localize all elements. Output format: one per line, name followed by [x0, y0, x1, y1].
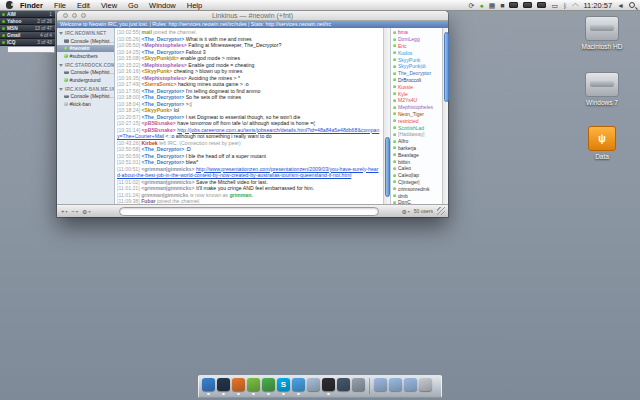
dock-separator — [369, 378, 370, 394]
overlay-row-msn[interactable]: MSN13 of 47 — [0, 25, 55, 32]
menu-item-view[interactable]: View — [101, 1, 117, 10]
dock-icon-safari[interactable] — [292, 378, 305, 391]
menu-item-help[interactable]: Help — [187, 1, 202, 10]
topic-bar[interactable]: Welcome to Neowin IRC, you just lost. | … — [57, 21, 448, 28]
apple-menu-icon[interactable] — [6, 1, 13, 9]
cpu-graph-3[interactable] — [537, 2, 546, 8]
menu-item-finder[interactable]: Finder — [20, 1, 43, 10]
istat-icon[interactable]: ▦ — [489, 2, 496, 9]
user-list-item[interactable]: Eric — [391, 43, 442, 50]
sidebar-item-console-mephist-[interactable]: Console (Mephist… — [57, 93, 114, 101]
cpu-graph-1[interactable] — [509, 2, 518, 8]
message-text: Failing at Minesweeper, The_Decryptor? — [188, 42, 281, 48]
user-list-item[interactable]: restricted — [391, 117, 442, 124]
actions-gear-icon[interactable]: ⚙▾ — [82, 208, 90, 215]
disclosure-triangle-icon[interactable] — [59, 88, 63, 91]
user-status-icon — [393, 58, 396, 61]
user-list-item[interactable]: The_Decryptor — [391, 70, 442, 77]
user-list-item[interactable]: Kudos — [391, 49, 442, 56]
dock-icon-chat-app[interactable] — [262, 378, 275, 391]
sidebar-item--kick-ban[interactable]: #kick-ban — [57, 100, 114, 108]
chat-scrollbar-thumb[interactable] — [385, 137, 390, 197]
dock-icon-finder[interactable] — [202, 378, 215, 391]
menu-item-edit[interactable]: Edit — [77, 1, 90, 10]
sidebar-group-header[interactable]: IRC.KICK-BAN.ME.UK — [57, 86, 114, 93]
sidebar-item-console-mephist-[interactable]: Console (Mephist… — [57, 37, 114, 45]
overlay-row-gmail[interactable]: Gmail4 of 4 — [0, 32, 55, 39]
dock-icon-skype[interactable]: S — [277, 378, 290, 391]
user-list-item[interactable]: SkyyPunk — [391, 56, 442, 63]
user-list-item[interactable]: DomLegg — [391, 36, 442, 43]
menu-item-file[interactable]: File — [54, 1, 66, 10]
message-input[interactable] — [119, 207, 379, 216]
user-list-item[interactable]: Kussie — [391, 83, 442, 90]
sidebar-item--neowin[interactable]: #neowin — [57, 45, 114, 53]
spotlight-icon[interactable] — [629, 2, 635, 8]
user-list-item[interactable]: Alfro — [391, 138, 442, 145]
menu-item-window[interactable]: Window — [149, 1, 176, 10]
disclosure-triangle-icon[interactable] — [59, 64, 63, 67]
sidebar-item--subscribers[interactable]: #subscribers — [57, 52, 114, 60]
airport-icon[interactable]: ◠ — [572, 2, 578, 9]
dock-icon-trash[interactable] — [419, 378, 432, 391]
dock-icon-media-app[interactable] — [217, 378, 230, 391]
sidebar-item--underground[interactable]: #underground — [57, 76, 114, 84]
user-list-item[interactable]: M2Ys4U — [391, 97, 442, 104]
user-list-item[interactable]: DrBroccoli — [391, 77, 442, 84]
chat-scrollbar[interactable] — [383, 28, 390, 204]
desktop-icon-data[interactable]: ψData — [570, 126, 634, 160]
display-icon[interactable]: ▭ — [551, 2, 558, 9]
user-list-item[interactable]: C|integer| — [391, 179, 442, 186]
user-list-item[interactable]: SkyyPunk|dt — [391, 63, 442, 70]
userlist-gear-icon[interactable]: ⚙▾ — [401, 208, 409, 215]
dock-icon-folder-applications[interactable] — [374, 378, 387, 391]
desktop-icon-macintosh-hd[interactable]: Macintosh HD — [570, 16, 634, 50]
adium-status-icon[interactable]: ● — [479, 2, 483, 9]
user-list-item[interactable]: ScottishLad — [391, 124, 442, 131]
add-button[interactable]: +▾ — [61, 208, 68, 214]
message-text: Enable god mode = cheating — [188, 62, 254, 68]
dock: S — [198, 375, 442, 398]
menu-item-go[interactable]: Go — [128, 1, 138, 10]
userlist-scrollbar[interactable] — [442, 28, 448, 204]
dock-icon-firefox[interactable] — [232, 378, 245, 391]
dock-icon-system-preferences[interactable] — [352, 378, 365, 391]
desktop-icon-windows-7[interactable]: Windows 7 — [570, 72, 634, 106]
lock-icon[interactable]: ■ — [500, 2, 504, 9]
dock-icon-vmware[interactable] — [337, 378, 350, 391]
user-list-item[interactable]: barkerja — [391, 145, 442, 152]
user-list-item[interactable]: crimsonredmk — [391, 185, 442, 192]
user-list-item[interactable]: Neon_Tiger — [391, 111, 442, 118]
dock-icon-mail[interactable] — [307, 378, 320, 391]
sync-icon[interactable]: ⟳ — [469, 2, 475, 9]
overlay-row-icq[interactable]: ICQ3 of 43 — [0, 39, 55, 46]
sidebar-item-console-mephist-[interactable]: Console (Mephist… — [57, 69, 114, 77]
user-list-item[interactable]: bitbin — [391, 158, 442, 165]
user-list-item[interactable]: Kyle — [391, 90, 442, 97]
user-list-item[interactable]: Caleo — [391, 165, 442, 172]
dock-icon-folder-downloads[interactable] — [404, 378, 417, 391]
user-list-item[interactable]: dmb — [391, 192, 442, 199]
bluetooth-icon[interactable]: ᛒ — [563, 2, 567, 9]
overlay-row-aim[interactable]: AIM1 — [0, 11, 55, 18]
sidebar-group-header[interactable]: IRC.NEOWIN.NET — [57, 30, 114, 37]
dock-icon-adium[interactable] — [247, 378, 260, 391]
user-nick: Kussie — [398, 84, 413, 90]
menubar-clock[interactable]: 11:20:57 — [583, 1, 612, 10]
dock-icon-terminal[interactable] — [322, 378, 335, 391]
remove-button[interactable]: −▾ — [72, 208, 79, 214]
user-list-item[interactable]: bma — [391, 29, 442, 36]
volume-icon[interactable]: ◄ — [617, 2, 624, 9]
userlist-scrollbar-thumb[interactable] — [444, 32, 449, 102]
disclosure-triangle-icon[interactable] — [59, 32, 63, 35]
sidebar-group-header[interactable]: IRC.STARDOCK.COM — [57, 62, 114, 69]
resize-grip[interactable] — [437, 207, 445, 215]
cpu-graph-2[interactable] — [523, 2, 532, 8]
user-list-item[interactable]: Caleo|lap — [391, 172, 442, 179]
overlay-row-yahoo[interactable]: Yahoo2 of 26 — [0, 18, 55, 25]
user-list-item[interactable]: [Haddaway] — [391, 131, 442, 138]
window-titlebar[interactable]: Linkinus — #neowin (+fnt) — [57, 11, 448, 21]
dock-icon-folder-documents[interactable] — [389, 378, 402, 391]
user-list-item[interactable]: Mephistopheles — [391, 104, 442, 111]
user-list-item[interactable]: Beaslage — [391, 151, 442, 158]
